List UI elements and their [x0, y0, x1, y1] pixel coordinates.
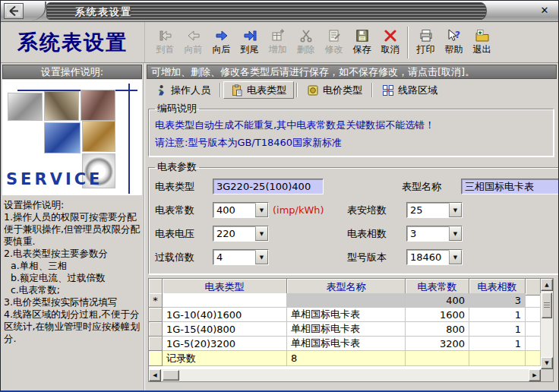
notice-bar: 可增加、删除、修改各类型后请进行保存，如不保存修改，请点击[取消]。	[147, 65, 557, 79]
scroll-left-icon[interactable]: ◀	[149, 369, 161, 381]
tab-separator	[219, 83, 221, 97]
meter-type-field[interactable]: 3G220-25(100)400	[213, 179, 324, 194]
row-selector[interactable]	[149, 308, 163, 322]
toolbar-last-button[interactable]: 到尾	[235, 24, 264, 61]
cell-meter-type[interactable]: 1G-5(20)3200	[163, 337, 287, 351]
save-icon	[354, 28, 371, 43]
toolbar-button-label: 修改	[325, 43, 343, 56]
toolbar-help-button[interactable]: ?帮助	[440, 24, 468, 61]
ampere-combobox[interactable]: 25 ▼	[406, 202, 463, 218]
meter-constant-unit: (imp/kWh)	[273, 204, 338, 216]
titlebar-decoration	[24, 2, 46, 21]
scroll-up-icon[interactable]: ▲	[541, 279, 553, 291]
photo-keyboard	[44, 122, 81, 153]
row-selector[interactable]	[149, 322, 163, 337]
cell-model-name[interactable]: 单相国标电卡表	[287, 308, 406, 322]
toolbar-add-button: 增加	[264, 24, 292, 61]
coding-groupbox: 编码说明 电表类型自动生成不能重复,其中电表常数是关键数据不能选错！ 请注意:型…	[148, 102, 554, 156]
toolbar-cancel-button[interactable]: 取消	[376, 24, 404, 61]
service-label: SERVICE	[6, 170, 103, 188]
horizontal-scrollbar[interactable]: ◀ ▶	[149, 369, 541, 381]
tab-label: 电表类型	[247, 84, 286, 97]
horizontal-scroll-thumb[interactable]	[163, 370, 179, 381]
voltage-combobox[interactable]: 220 ▼	[213, 226, 269, 242]
model-name-value: 三相国标电卡表	[465, 180, 534, 194]
nav-next-icon	[213, 28, 230, 43]
tab-line-areas[interactable]: 线路区域	[375, 81, 444, 99]
toolbar-button-label: 保存	[353, 43, 371, 56]
meter-constant-combobox[interactable]: 400 ▼	[213, 202, 269, 218]
close-icon[interactable]: ✕	[538, 5, 551, 17]
header-band: 系统表设置 到首向前向后到尾增加删除修改保存取消打印?帮助退出	[1, 22, 558, 63]
vertical-scroll-thumb[interactable]	[542, 292, 552, 318]
cell-meter-constant[interactable]: 800	[406, 322, 469, 337]
right-panel: 可增加、删除、修改各类型后请进行保存，如不保存修改，请点击[取消]。 操作人员电…	[145, 63, 558, 390]
toolbar-print-button[interactable]: 打印	[412, 24, 440, 61]
cell-phases[interactable]: 1	[469, 337, 526, 351]
scroll-down-icon[interactable]: ▼	[541, 357, 553, 369]
toolbar-save-button[interactable]: 保存	[348, 24, 376, 61]
model-version-combobox[interactable]: 18460 ▼	[406, 249, 463, 265]
row-selector[interactable]	[149, 337, 163, 351]
grid-table: 电表类型表型名称电表常数电表相数*40031G-10(40)1600单相国标电卡…	[149, 279, 541, 369]
cell-meter-type[interactable]: 1G-15(40)800	[163, 322, 287, 337]
toolbar-delete-button: 删除	[292, 24, 320, 61]
toolbar-button-label: 退出	[473, 43, 491, 56]
cancel-icon	[382, 28, 399, 43]
svg-text:?: ?	[455, 30, 460, 40]
cell-meter-constant[interactable]: 3200	[406, 337, 469, 351]
model-version-value: 18460	[407, 250, 449, 264]
meter-constant-value: 400	[213, 203, 255, 217]
app-window: 系统表设置 ✕ 系统表设置 到首向前向后到尾增加删除修改保存取消打印?帮助退出 …	[0, 0, 559, 392]
cell-meter-type[interactable]: 1G-10(40)1600	[163, 308, 287, 322]
toolbar: 到首向前向后到尾增加删除修改保存取消打印?帮助退出	[145, 22, 558, 62]
overload-combobox[interactable]: 4 ▼	[213, 249, 269, 265]
cell-model-name[interactable]: 单相国标电卡表	[287, 322, 406, 337]
footer-cell	[526, 351, 541, 366]
overload-label: 过载倍数	[155, 251, 213, 264]
instruction-line: 2.电表类型按主要参数分	[4, 248, 141, 260]
meter-type-value: 3G220-25(100)400	[216, 181, 311, 192]
coding-groupbox-title: 编码说明	[155, 102, 199, 115]
toolbar-button-label: 取消	[381, 43, 400, 56]
tab-label: 操作人员	[171, 84, 210, 97]
chevron-down-icon[interactable]: ▼	[449, 226, 462, 241]
row-selector[interactable]: *	[149, 293, 163, 308]
instruction-line: a.单相、三相	[4, 260, 141, 272]
tab-meter-types[interactable]: 电表类型	[223, 81, 294, 99]
scrollbar-corner	[541, 369, 553, 381]
chevron-down-icon[interactable]: ▼	[449, 250, 462, 264]
cell-model-name[interactable]	[287, 293, 406, 308]
toolbar-prev-button: 向前	[179, 24, 207, 61]
tab-price-types[interactable]: 电价类型	[300, 81, 369, 99]
meter-constant-label: 电表常数	[155, 204, 213, 217]
toolbar-button-label: 到首	[156, 43, 175, 56]
instruction-line: 4.线路区域的划分过粗,不便于分区统计,在物业管理时应按楼幢划分.	[4, 308, 141, 345]
chevron-down-icon[interactable]: ▼	[255, 203, 268, 217]
tab-label: 电价类型	[323, 84, 362, 97]
footer-selector	[149, 351, 163, 366]
toolbar-exit-button[interactable]: 退出	[468, 24, 496, 61]
cell-filler	[526, 337, 541, 351]
phases-combobox[interactable]: 3 ▼	[406, 226, 463, 242]
tab-content: 编码说明 电表类型自动生成不能重复,其中电表常数是关键数据不能选错！ 请注意:型…	[145, 100, 558, 390]
cell-phases[interactable]: 1	[469, 308, 526, 322]
model-name-field[interactable]: 三相国标电卡表	[461, 179, 558, 194]
chevron-down-icon[interactable]: ▼	[255, 250, 268, 264]
toolbar-next-button[interactable]: 向后	[207, 24, 235, 61]
cell-meter-type[interactable]	[163, 293, 287, 308]
cell-meter-constant[interactable]: 1600	[406, 308, 469, 322]
tab-operators[interactable]: 操作人员	[148, 81, 217, 99]
cell-meter-constant[interactable]: 400	[406, 293, 469, 308]
chevron-down-icon[interactable]: ▼	[255, 226, 268, 241]
tab-separator	[296, 83, 298, 97]
scroll-right-icon[interactable]: ▶	[529, 369, 541, 381]
vertical-scrollbar[interactable]: ▲ ▼	[541, 279, 553, 369]
cell-model-name[interactable]: 单相国标电卡表	[287, 337, 406, 351]
exit-icon	[474, 28, 491, 43]
phases-label: 电表相数	[347, 227, 406, 241]
chevron-down-icon[interactable]: ▼	[449, 203, 462, 217]
cell-phases[interactable]: 1	[469, 322, 526, 337]
cell-phases[interactable]: 3	[469, 293, 526, 308]
toolbar-button-label: 打印	[417, 43, 435, 56]
